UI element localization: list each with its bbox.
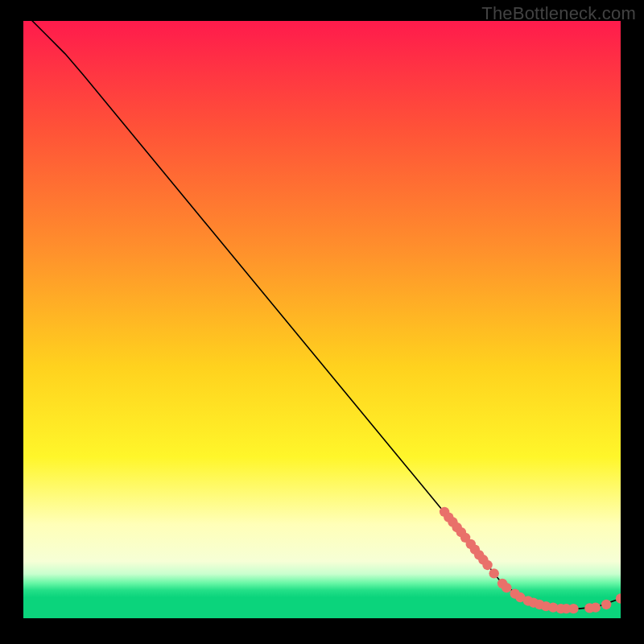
chart-dot: [601, 600, 611, 609]
chart-dot: [489, 568, 499, 578]
chart-dot: [482, 560, 492, 570]
chart-overlay: [23, 21, 621, 618]
chart-dot: [616, 593, 621, 603]
chart-curve: [32, 21, 621, 609]
chart-dots-group: [440, 507, 621, 614]
chart-dot: [502, 583, 511, 592]
watermark-text: TheBottleneck.com: [481, 3, 636, 24]
chart-dot: [591, 602, 601, 612]
chart-area: [23, 21, 621, 618]
chart-dot: [568, 604, 578, 613]
